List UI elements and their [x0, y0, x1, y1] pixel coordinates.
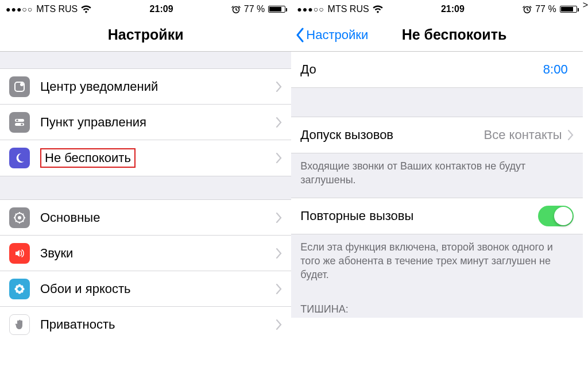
nav-bar: Настройки Не беспокоить	[291, 18, 582, 52]
back-label: Настройки	[306, 28, 368, 43]
signal-dots: ●●●○○	[6, 5, 33, 14]
svg-point-8	[18, 216, 21, 219]
control-label: Пункт управления	[40, 115, 276, 130]
page-title: Не беспокоить	[402, 26, 507, 43]
control-center-row[interactable]: Пункт управления	[0, 105, 291, 140]
chevron-right-icon	[276, 248, 282, 259]
sounds-label: Звуки	[40, 246, 276, 261]
chevron-right-icon	[568, 130, 574, 140]
general-row[interactable]: Основные	[0, 200, 291, 236]
switches-icon	[9, 112, 30, 133]
svg-point-13	[16, 285, 19, 288]
clock: 21:09	[150, 4, 173, 14]
flower-icon	[9, 279, 30, 299]
until-row[interactable]: До 8:00	[291, 52, 582, 87]
gear-icon	[9, 207, 30, 228]
chevron-right-icon	[276, 213, 282, 223]
notification-icon	[9, 76, 30, 97]
repeat-toggle[interactable]	[538, 206, 574, 226]
privacy-row[interactable]: Приватность	[0, 307, 291, 342]
do-not-disturb-row[interactable]: Не беспокоить	[0, 140, 291, 176]
allow-label: Допуск вызовов	[300, 128, 483, 142]
alarm-icon	[523, 5, 532, 14]
chevron-right-icon	[276, 153, 282, 163]
chevron-right-icon	[276, 82, 282, 92]
clock: 21:09	[441, 4, 465, 14]
general-label: Основные	[40, 210, 276, 225]
battery-pct: 77 %	[535, 4, 556, 14]
svg-point-17	[18, 287, 21, 290]
group-spacer	[0, 176, 291, 200]
repeat-label: Повторные вызовы	[300, 209, 537, 223]
battery-pct: 77 %	[244, 4, 265, 14]
moon-icon	[9, 148, 30, 168]
speaker-icon	[9, 243, 30, 264]
carrier-label: MTS RUS	[36, 4, 78, 14]
allow-footer: Входящие звонки от Ваших контактов не бу…	[291, 153, 582, 198]
notification-label: Центр уведомлений	[40, 79, 276, 94]
chevron-right-icon	[276, 284, 282, 294]
privacy-label: Приватность	[40, 317, 276, 332]
group-spacer	[0, 52, 291, 69]
dnd-label: Не беспокоить	[40, 148, 276, 168]
schedule-group: До 8:00	[291, 52, 582, 87]
page-title: Настройки	[108, 26, 184, 43]
svg-point-4	[16, 119, 18, 121]
signal-dots: ●●●○○	[297, 5, 324, 14]
svg-point-14	[21, 285, 24, 288]
battery-icon	[268, 6, 285, 13]
svg-point-2	[20, 83, 24, 86]
repeat-footer: Если эта функция включена, второй звонок…	[291, 234, 582, 292]
settings-group-1: Центр уведомлений Пункт управления Не бе…	[0, 69, 291, 176]
group-spacer	[291, 87, 582, 117]
until-value: 8:00	[543, 62, 568, 77]
until-label: До	[300, 62, 543, 77]
svg-point-6	[21, 123, 23, 125]
back-button[interactable]: Настройки	[296, 28, 368, 43]
chevron-right-icon	[276, 117, 282, 128]
wallpaper-row[interactable]: Обои и яркость	[0, 271, 291, 307]
status-bar: ●●●○○ MTS RUS 21:09 77 %	[0, 0, 291, 18]
alarm-icon	[231, 5, 241, 14]
chevron-right-icon	[276, 319, 282, 330]
carrier-label: MTS RUS	[328, 4, 369, 14]
repeat-calls-row[interactable]: Повторные вызовы	[291, 198, 582, 234]
svg-point-16	[21, 290, 24, 292]
allow-calls-row[interactable]: Допуск вызовов Все контакты	[291, 117, 582, 153]
settings-root-screen: ●●●○○ MTS RUS 21:09 77 % Настройки	[0, 0, 291, 370]
settings-group-2: Основные Звуки Обои и яркость	[0, 200, 291, 342]
svg-point-15	[16, 290, 19, 292]
sounds-row[interactable]: Звуки	[0, 236, 291, 271]
nav-bar: Настройки	[0, 18, 291, 52]
status-bar: ●●●○○ MTS RUS 21:09 77 %	[291, 0, 582, 18]
dnd-detail-screen: ●●●○○ MTS RUS 21:09 77 % Настройки Не бе…	[291, 0, 582, 370]
repeat-group: Повторные вызовы	[291, 198, 582, 234]
wallpaper-label: Обои и яркость	[40, 282, 276, 296]
allow-value: Все контакты	[484, 128, 562, 142]
wifi-icon	[81, 5, 91, 13]
hand-icon	[9, 314, 30, 335]
silence-header: ТИШИНА:	[291, 292, 582, 318]
allow-group: Допуск вызовов Все контакты	[291, 117, 582, 153]
wifi-icon	[373, 5, 383, 13]
battery-icon	[560, 6, 577, 13]
notification-center-row[interactable]: Центр уведомлений	[0, 69, 291, 105]
